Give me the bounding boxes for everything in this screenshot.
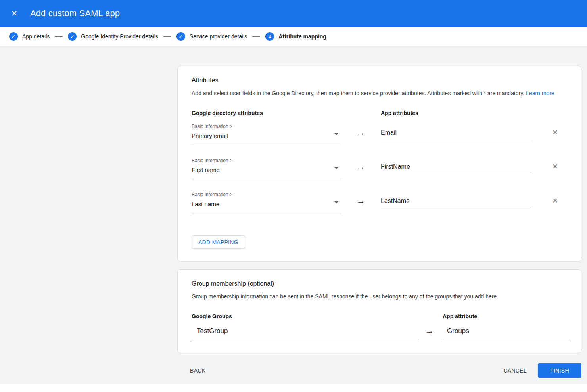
directory-attribute-select[interactable]: Basic Information > Last name [192, 192, 341, 213]
group-app-attribute-input[interactable] [443, 325, 570, 340]
learn-more-link[interactable]: Learn more [526, 90, 554, 96]
attributes-card-description: Add and select user fields in the Google… [192, 89, 571, 97]
close-icon: ✕ [552, 163, 558, 170]
app-attribute-input[interactable] [381, 163, 531, 174]
attributes-card: Attributes Add and select user fields in… [177, 66, 581, 262]
check-icon: ✓ [70, 34, 75, 39]
column-header-google-groups: Google Groups [192, 313, 416, 320]
step-service-provider-details[interactable]: ✓ Service provider details [176, 32, 247, 41]
mapping-arrow-cell: → [341, 124, 381, 137]
check-icon: ✓ [178, 34, 183, 39]
column-header-app-attribute: App attribute [443, 313, 570, 320]
group-column-headers: Google Groups App attribute [192, 313, 571, 320]
group-mapping-row: → [192, 325, 571, 340]
attributes-description-text: Add and select user fields in the Google… [192, 90, 524, 96]
step-attribute-mapping[interactable]: 4 Attribute mapping [265, 32, 326, 41]
select-value-label: Last name [192, 201, 341, 208]
check-icon: ✓ [12, 34, 16, 39]
step-circle-done: ✓ [68, 32, 77, 41]
select-value-label: First name [192, 166, 341, 174]
app-attribute-input[interactable] [381, 197, 531, 208]
close-button[interactable]: ✕ [9, 8, 20, 19]
google-groups-input[interactable] [192, 325, 416, 340]
stepper: ✓ App details ✓ Google Identity Provider… [0, 27, 587, 46]
remove-mapping-button[interactable]: ✕ [539, 197, 571, 205]
select-category-label: Basic Information > [192, 192, 341, 197]
remove-mapping-button[interactable]: ✕ [539, 129, 571, 136]
step-app-details[interactable]: ✓ App details [9, 32, 50, 41]
directory-attribute-select[interactable]: Basic Information > Primary email [192, 124, 341, 145]
finish-button[interactable]: FINISH [538, 363, 581, 378]
step-number: 4 [269, 34, 271, 39]
dropdown-arrow-icon [334, 133, 338, 135]
mapping-row: Basic Information > Primary email → ✕ [192, 124, 571, 145]
arrow-right-icon: → [357, 163, 365, 171]
group-card-title: Group membership (optional) [192, 280, 571, 287]
step-connector [163, 36, 171, 37]
select-value-label: Primary email [192, 132, 341, 140]
arrow-right-icon: → [357, 197, 365, 205]
step-label: Attribute mapping [278, 33, 326, 40]
arrow-right-icon: → [357, 129, 365, 137]
step-label: App details [22, 33, 50, 40]
step-connector [55, 36, 63, 37]
select-category-label: Basic Information > [192, 158, 341, 163]
mapping-row: Basic Information > First name → ✕ [192, 158, 571, 179]
arrow-right-icon: → [425, 327, 434, 335]
step-label: Google Identity Provider details [81, 33, 158, 40]
select-category-label: Basic Information > [192, 124, 341, 129]
mapping-row: Basic Information > Last name → ✕ [192, 192, 571, 213]
column-header-app-attributes: App attributes [381, 110, 531, 117]
cancel-button[interactable]: CANCEL [500, 364, 530, 377]
remove-mapping-button[interactable]: ✕ [539, 163, 571, 170]
add-mapping-button[interactable]: ADD MAPPING [192, 235, 245, 249]
group-arrow-cell: → [416, 325, 443, 335]
content-area: Attributes Add and select user fields in… [0, 46, 587, 384]
step-google-idp-details[interactable]: ✓ Google Identity Provider details [68, 32, 158, 41]
directory-attribute-select[interactable]: Basic Information > First name [192, 158, 341, 179]
footer-actions: BACK CANCEL FINISH [177, 353, 581, 378]
close-icon: ✕ [11, 9, 18, 18]
mapping-arrow-cell: → [341, 192, 381, 205]
step-number-circle: 4 [265, 32, 274, 41]
close-icon: ✕ [552, 197, 558, 205]
group-card-description: Group membership information can be sent… [192, 293, 571, 300]
step-label: Service provider details [190, 33, 247, 40]
column-header-google-directory: Google directory attributes [192, 110, 341, 117]
step-connector [252, 36, 260, 37]
dropdown-arrow-icon [334, 201, 338, 203]
close-icon: ✕ [552, 129, 558, 136]
back-button[interactable]: BACK [187, 364, 209, 377]
group-membership-card: Group membership (optional) Group member… [177, 269, 581, 353]
step-circle-done: ✓ [176, 32, 185, 41]
app-header: ✕ Add custom SAML app [0, 0, 587, 27]
dropdown-arrow-icon [334, 167, 338, 169]
app-attribute-input[interactable] [381, 129, 531, 140]
dialog-title: Add custom SAML app [30, 8, 120, 19]
attributes-card-title: Attributes [192, 77, 571, 84]
column-headers: Google directory attributes App attribut… [192, 110, 571, 117]
mapping-arrow-cell: → [341, 158, 381, 171]
step-circle-done: ✓ [9, 32, 18, 41]
